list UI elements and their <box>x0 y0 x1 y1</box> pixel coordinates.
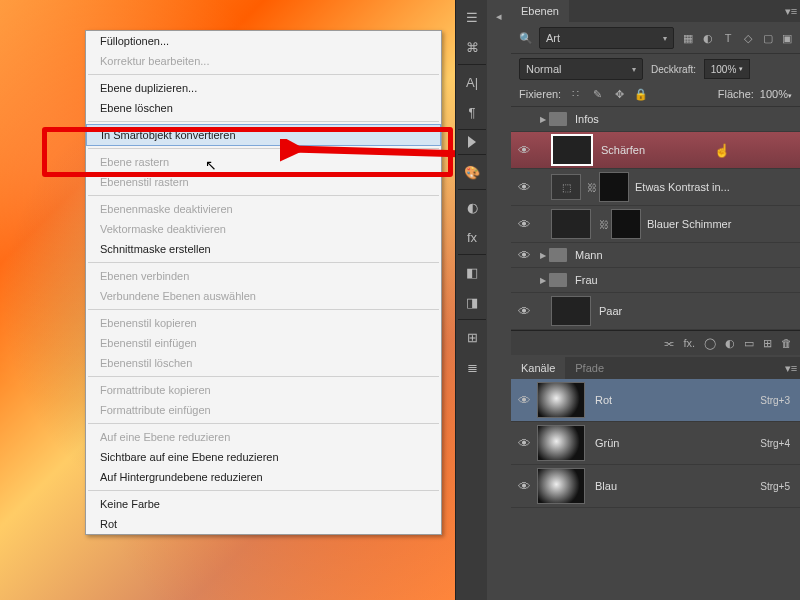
layer-row[interactable]: 👁⛓Blauer Schimmer <box>511 206 800 243</box>
layer-row[interactable]: 👁▶Mann <box>511 243 800 268</box>
layer-name[interactable]: Infos <box>573 113 800 125</box>
panel-icon-d[interactable]: ≣ <box>458 354 486 380</box>
visibility-toggle[interactable]: 👁 <box>511 304 537 319</box>
panel-icon-a[interactable]: ◧ <box>458 259 486 285</box>
new-group-icon[interactable]: ▭ <box>744 337 754 350</box>
layer-mask-thumb[interactable] <box>611 209 641 239</box>
menu-item[interactable]: Sichtbare auf eine Ebene reduzieren <box>86 447 441 467</box>
filter-smart-icon[interactable]: ▢ <box>760 30 776 46</box>
channels-tab[interactable]: Kanäle <box>511 357 565 379</box>
menu-item: Verbundene Ebenen auswählen <box>86 286 441 306</box>
filter-shape-icon[interactable]: ◇ <box>740 30 756 46</box>
channels-menu-icon[interactable]: ▾≡ <box>782 362 800 375</box>
layers-panel-tabbar: Ebenen ▾≡ <box>511 0 800 22</box>
lock-transparency-icon[interactable]: ∷ <box>567 86 583 102</box>
layer-row[interactable]: ▶Frau <box>511 268 800 293</box>
channel-visibility-toggle[interactable]: 👁 <box>511 479 537 494</box>
layer-thumbnail[interactable] <box>551 209 591 239</box>
add-mask-icon[interactable]: ◯ <box>704 337 716 350</box>
opacity-field[interactable]: 100%▾ <box>704 59 750 79</box>
layer-fx-icon[interactable]: fx. <box>683 337 695 349</box>
menu-item[interactable]: Fülloptionen... <box>86 31 441 51</box>
disclosure-triangle-icon[interactable]: ▶ <box>537 115 549 124</box>
visibility-toggle[interactable]: 👁 <box>511 248 537 263</box>
brushes-icon[interactable]: ⌘ <box>458 34 486 60</box>
new-layer-icon[interactable]: ⊞ <box>763 337 772 350</box>
channel-name: Rot <box>595 394 760 406</box>
filter-toggle[interactable]: ▣ <box>782 32 792 45</box>
paths-tab[interactable]: Pfade <box>565 357 614 379</box>
visibility-toggle[interactable]: 👁 <box>511 180 537 195</box>
layer-name[interactable]: Frau <box>573 274 800 286</box>
disclosure-triangle-icon[interactable]: ▶ <box>537 276 549 285</box>
layer-mask-thumb[interactable] <box>599 172 629 202</box>
layer-context-menu: Fülloptionen...Korrektur bearbeiten...Eb… <box>85 30 442 535</box>
menu-item[interactable]: Ebene duplizieren... <box>86 78 441 98</box>
layer-name[interactable]: Paar <box>597 305 800 317</box>
styles-panel-icon[interactable]: fx <box>458 224 486 250</box>
mask-link-icon[interactable]: ⛓ <box>597 219 611 230</box>
layer-row[interactable]: ▶Infos <box>511 107 800 132</box>
layer-name[interactable]: Mann <box>573 249 800 261</box>
layer-list: ▶Infos👁Schärfen☝👁⬚⛓Etwas Kontrast in...👁… <box>511 107 800 330</box>
delete-layer-icon[interactable]: 🗑 <box>781 337 792 349</box>
lock-position-icon[interactable]: ✥ <box>611 86 627 102</box>
layers-tab[interactable]: Ebenen <box>511 0 569 22</box>
layer-thumbnail[interactable] <box>551 296 591 326</box>
channel-visibility-toggle[interactable]: 👁 <box>511 436 537 451</box>
folder-icon <box>549 112 567 126</box>
channel-row[interactable]: 👁BlauStrg+5 <box>511 465 800 508</box>
channel-visibility-toggle[interactable]: 👁 <box>511 393 537 408</box>
menu-item[interactable]: Schnittmaske erstellen <box>86 239 441 259</box>
panel-icon-c[interactable]: ⊞ <box>458 324 486 350</box>
folder-icon <box>549 273 567 287</box>
color-panel-icon[interactable]: 🎨 <box>458 159 486 185</box>
channel-thumbnail <box>537 382 585 418</box>
layer-row[interactable]: 👁Paar <box>511 293 800 330</box>
menu-item: Ebenenstil einfügen <box>86 333 441 353</box>
layer-name[interactable]: Etwas Kontrast in... <box>633 181 800 193</box>
layer-row[interactable]: 👁Schärfen☝ <box>511 132 800 169</box>
layer-filter-icons: ▦ ◐ T ◇ ▢ <box>680 30 776 46</box>
layer-name[interactable]: Blauer Schimmer <box>645 218 800 230</box>
link-layers-icon[interactable]: ⫘ <box>663 337 674 349</box>
layer-thumbnail[interactable] <box>551 134 593 166</box>
menu-item: Formattribute kopieren <box>86 380 441 400</box>
layer-filter-kind-dropdown[interactable]: Art▾ <box>539 27 674 49</box>
lock-pixels-icon[interactable]: ✎ <box>589 86 605 102</box>
blend-mode-dropdown[interactable]: Normal▾ <box>519 58 643 80</box>
filter-text-icon[interactable]: T <box>720 30 736 46</box>
visibility-toggle[interactable]: 👁 <box>511 143 537 158</box>
layers-filter-row: 🔍 Art▾ ▦ ◐ T ◇ ▢ ▣ <box>511 22 800 54</box>
channel-row[interactable]: 👁RotStrg+3 <box>511 379 800 422</box>
character-panel-icon[interactable]: A| <box>458 69 486 95</box>
menu-item[interactable]: Rot <box>86 514 441 534</box>
visibility-toggle[interactable]: 👁 <box>511 217 537 232</box>
panel-menu-icon[interactable]: ▾≡ <box>782 5 800 18</box>
menu-item[interactable]: Keine Farbe <box>86 494 441 514</box>
menu-item[interactable]: Auf Hintergrundebene reduzieren <box>86 467 441 487</box>
right-panels: Ebenen ▾≡ 🔍 Art▾ ▦ ◐ T ◇ ▢ ▣ Normal▾ Dec… <box>511 0 800 600</box>
mask-link-icon[interactable]: ⛓ <box>585 182 599 193</box>
layer-row[interactable]: 👁⬚⛓Etwas Kontrast in... <box>511 169 800 206</box>
menu-item: Ebenenstil rastern <box>86 172 441 192</box>
channel-shortcut: Strg+4 <box>760 438 800 449</box>
filter-pixel-icon[interactable]: ▦ <box>680 30 696 46</box>
panel-icon-b[interactable]: ◨ <box>458 289 486 315</box>
panel-collapse-arrow-icon[interactable] <box>468 136 476 148</box>
menu-item[interactable]: In Smartobjekt konvertieren <box>86 124 441 146</box>
collapsed-panel-icon[interactable]: ◂ <box>490 7 508 25</box>
adjustment-icon: ⬚ <box>551 174 581 200</box>
channel-row[interactable]: 👁GrünStrg+4 <box>511 422 800 465</box>
lock-all-icon[interactable]: 🔒 <box>633 86 649 102</box>
adjustments-panel-icon[interactable]: ◐ <box>458 194 486 220</box>
paragraph-panel-icon[interactable]: ¶ <box>458 99 486 125</box>
fill-field[interactable]: 100%▾ <box>760 88 792 100</box>
filter-adjust-icon[interactable]: ◐ <box>700 30 716 46</box>
menu-item[interactable]: Ebene löschen <box>86 98 441 118</box>
disclosure-triangle-icon[interactable]: ▶ <box>537 251 549 260</box>
layer-name[interactable]: Schärfen <box>599 144 800 156</box>
swatches-icon[interactable]: ☰ <box>458 4 486 30</box>
new-adjustment-icon[interactable]: ◐ <box>725 337 735 350</box>
channel-thumbnail <box>537 425 585 461</box>
